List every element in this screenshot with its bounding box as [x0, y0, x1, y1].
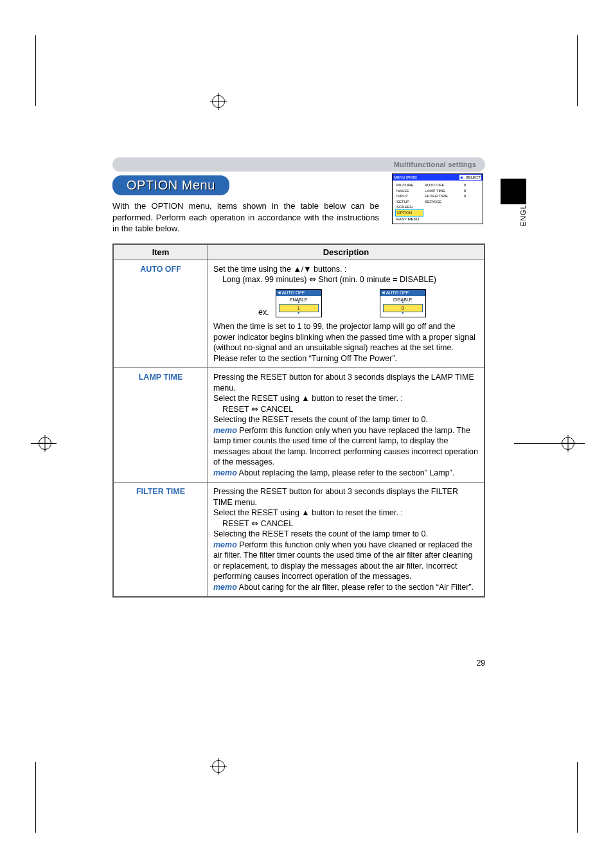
section-header-bar: Multifunctional settings [112, 157, 485, 172]
registration-mark [39, 437, 51, 450]
th-item: Item [113, 244, 208, 260]
text: About caring for the air filter, please … [237, 583, 474, 592]
th-desc: Description [208, 244, 485, 260]
mini-val: 1 [279, 304, 319, 312]
row-desc-auto-off: Set the time using the ▲/▼ buttons. : Lo… [208, 260, 485, 368]
crop-mark [35, 35, 36, 106]
ex-label: ex. [258, 307, 269, 318]
memo-label: memo [213, 426, 237, 435]
row-desc-filter-time: Pressing the RESET button for about 3 se… [208, 483, 485, 598]
text: About replacing the lamp, please refer t… [237, 468, 454, 477]
option-table: Item Description AUTO OFF Set the time u… [112, 244, 485, 598]
crop-mark [35, 762, 36, 833]
mini-val: 0 [383, 304, 423, 312]
registration-mark [212, 95, 225, 108]
memo-label: memo [213, 583, 237, 592]
text: RESET ⇔ CANCEL [213, 518, 479, 529]
row-label-filter-time: FILTER TIME [113, 483, 208, 598]
page-number: 29 [477, 659, 485, 668]
text: Perform this function only when you have… [213, 426, 478, 467]
text: Pressing the RESET button for about 3 se… [213, 373, 474, 393]
text: Select the RESET using ▲ button to reset… [213, 394, 403, 403]
row-desc-lamp-time: Pressing the RESET button for about 3 se… [208, 368, 485, 483]
text: Long (max. 99 minutes) ⇔ Short (min. 0 m… [213, 274, 479, 285]
mini-example-enable: AUTO OFF ENABLE 1 [276, 289, 322, 317]
mini-example-disable: AUTO OFF DISABLE 0 [380, 289, 426, 317]
section-header-label: Multifunctional settings [394, 161, 476, 168]
intro-text: With the OPTION menu, items shown in the… [112, 200, 379, 235]
text: Selecting the RESET resets the count of … [213, 529, 428, 538]
row-label-auto-off: AUTO OFF [113, 260, 208, 368]
mini-head: AUTO OFF [380, 290, 425, 296]
memo-label: memo [213, 540, 237, 549]
registration-mark [562, 437, 574, 450]
text: Select the RESET using ▲ button to reset… [213, 508, 403, 517]
registration-mark [212, 760, 225, 773]
crop-mark [577, 35, 578, 106]
text: When the time is set to 1 to 99, the pro… [213, 322, 475, 363]
row-label-lamp-time: LAMP TIME [113, 368, 208, 483]
text: Perform this function only when you have… [213, 540, 472, 581]
page-title-pill: OPTION Menu [112, 175, 229, 195]
memo-label: memo [213, 468, 237, 477]
crop-mark [577, 762, 578, 833]
table-row: LAMP TIME Pressing the RESET button for … [113, 368, 484, 483]
text: RESET ⇔ CANCEL [213, 404, 479, 415]
table-row: AUTO OFF Set the time using the ▲/▼ butt… [113, 260, 484, 368]
mini-head: AUTO OFF [276, 290, 321, 296]
text: Set the time using the ▲/▼ buttons. : [213, 265, 347, 274]
table-row: FILTER TIME Pressing the RESET button fo… [113, 483, 484, 598]
text: Selecting the RESET resets the count of … [213, 415, 428, 424]
language-tab: ENGLISH [519, 191, 527, 226]
text: Pressing the RESET button for about 3 se… [213, 487, 458, 507]
